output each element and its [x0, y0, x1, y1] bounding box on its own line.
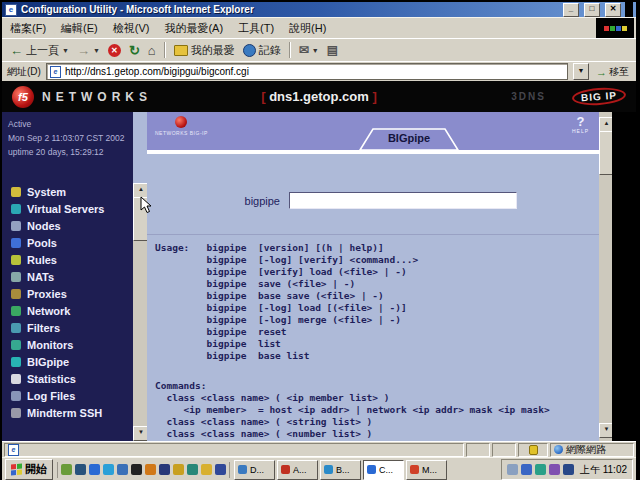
product-3dns[interactable]: 3DNS: [511, 91, 546, 102]
task-button[interactable]: B...: [320, 460, 361, 480]
mail-dropdown-icon: ▼: [312, 47, 319, 54]
mail-button[interactable]: ✉ ▼: [295, 40, 323, 60]
go-arrow-icon: →: [596, 66, 607, 78]
sidebar-item-proxies[interactable]: Proxies: [2, 285, 133, 302]
quicklaunch-icon[interactable]: [117, 464, 128, 475]
address-input[interactable]: e http://dns1.getop.com/bigipgui/bigconf…: [46, 63, 568, 80]
back-arrow-icon: ←: [10, 43, 23, 58]
menu-favorites[interactable]: 我的最愛(A): [164, 21, 223, 36]
task-button[interactable]: D...: [234, 460, 275, 480]
zone-label: 網際網路: [566, 443, 606, 457]
tray-icon[interactable]: [521, 464, 532, 475]
quicklaunch-icon[interactable]: [187, 464, 198, 475]
quicklaunch-icon[interactable]: [89, 464, 100, 475]
pools-icon: [11, 238, 21, 248]
status-pane: [466, 443, 490, 457]
history-label: 記錄: [259, 43, 281, 58]
go-label: 移至: [609, 65, 629, 79]
favorites-button[interactable]: 我的最愛: [170, 40, 239, 60]
sidebar-item-rules[interactable]: Rules: [2, 251, 133, 268]
back-button[interactable]: ← 上一頁 ▼: [6, 40, 73, 60]
quicklaunch-icon[interactable]: [159, 464, 170, 475]
sidebar-item-bigpipe[interactable]: BIGpipe: [2, 353, 133, 370]
toolbar-separator: [289, 42, 291, 58]
address-dropdown-button[interactable]: ▼: [573, 63, 589, 80]
tray-icon[interactable]: [535, 464, 546, 475]
window-title: Configuration Utility - Microsoft Intern…: [21, 4, 558, 15]
menu-tools[interactable]: 工具(T): [238, 21, 274, 36]
desktop: e Configuration Utility - Microsoft Inte…: [2, 2, 636, 476]
menu-file[interactable]: 檔案(F): [10, 21, 46, 36]
screen-edge: [612, 112, 636, 441]
start-button[interactable]: 開始: [5, 459, 53, 480]
task-button[interactable]: A...: [277, 460, 318, 480]
help-button[interactable]: ? HELP: [572, 115, 589, 134]
sidebar-item-pools[interactable]: Pools: [2, 234, 133, 251]
quicklaunch-icon[interactable]: [215, 464, 226, 475]
quicklaunch-icon[interactable]: [103, 464, 114, 475]
filters-icon: [11, 323, 21, 333]
sidebar-item-label: NATs: [27, 271, 54, 283]
taskbar-clock[interactable]: 上午 11:02: [580, 463, 627, 477]
favorites-label: 我的最愛: [191, 43, 235, 58]
quicklaunch-icon[interactable]: [173, 464, 184, 475]
menu-help[interactable]: 說明(H): [289, 21, 326, 36]
tray-icon[interactable]: [507, 464, 518, 475]
refresh-button[interactable]: ↻: [125, 40, 144, 60]
sidebar-item-statistics[interactable]: Statistics: [2, 370, 133, 387]
content-scrollbar[interactable]: ▲ ▼: [599, 112, 612, 441]
statistics-icon: [11, 374, 21, 384]
flag-pane: [11, 470, 16, 476]
forward-button[interactable]: → ▼: [73, 40, 104, 60]
minimize-button[interactable]: _: [563, 3, 579, 17]
quicklaunch-icon[interactable]: [131, 464, 142, 475]
bracket-left: [: [261, 89, 265, 104]
bigpipe-usage-text: Usage: bigpipe [version] [(h | help)] bi…: [155, 242, 418, 362]
quicklaunch-icon[interactable]: [201, 464, 212, 475]
sidebar-item-label: Monitors: [27, 339, 73, 351]
task-icon: [281, 465, 290, 474]
sidebar-item-system[interactable]: System: [2, 183, 133, 200]
sidebar-item-monitors[interactable]: Monitors: [2, 336, 133, 353]
tab-bigpipe[interactable]: BIGpipe: [357, 128, 461, 151]
home-button[interactable]: ⌂: [144, 40, 160, 60]
sidebar-item-nats[interactable]: NATs: [2, 268, 133, 285]
sidebar-item-log-files[interactable]: Log Files: [2, 387, 133, 404]
history-button[interactable]: 記錄: [239, 40, 285, 60]
task-label: B...: [336, 465, 350, 475]
close-button[interactable]: ✕: [605, 3, 621, 17]
window-titlebar: e Configuration Utility - Microsoft Inte…: [2, 2, 636, 17]
menu-edit[interactable]: 編輯(E): [61, 21, 98, 36]
sidebar-scrollbar[interactable]: ▲ ▼: [133, 183, 147, 441]
f5-brand-bar: f5 NETWORKS [ dns1.getop.com ] 3DNS BIG …: [2, 81, 636, 112]
go-button[interactable]: → 移至: [594, 65, 631, 79]
flag-pane: [11, 464, 16, 470]
quick-launch-bar: [57, 462, 230, 478]
f5-mini-logo: NETWORKS BIG-IP: [155, 116, 208, 136]
maximize-button[interactable]: □: [584, 3, 600, 17]
network-icon: [11, 306, 21, 316]
sidebar-item-mindterm-ssh[interactable]: Mindterm SSH: [2, 404, 133, 421]
product-bigip[interactable]: BIG IP: [571, 86, 626, 107]
sidebar-item-virtual-servers[interactable]: Virtual Servers: [2, 200, 133, 217]
quicklaunch-icon[interactable]: [75, 464, 86, 475]
sidebar-item-network[interactable]: Network: [2, 302, 133, 319]
sidebar-item-filters[interactable]: Filters: [2, 319, 133, 336]
stop-button[interactable]: ✕: [104, 40, 125, 60]
flag-pane: [17, 469, 22, 475]
menu-view[interactable]: 檢視(V): [113, 21, 150, 36]
bigpipe-command-input[interactable]: [289, 192, 517, 209]
task-button-active[interactable]: C...: [363, 460, 404, 480]
home-icon: ⌂: [148, 43, 156, 58]
tray-icon[interactable]: [563, 464, 574, 475]
print-button[interactable]: ▤: [323, 40, 342, 60]
sidebar-item-nodes[interactable]: Nodes: [2, 217, 133, 234]
bigpipe-form-row: bigpipe: [147, 192, 599, 209]
forward-dropdown-icon: ▼: [93, 47, 100, 54]
quicklaunch-icon[interactable]: [61, 464, 72, 475]
screen-edge: [625, 2, 633, 17]
task-label: C...: [379, 465, 393, 475]
tray-icon[interactable]: [549, 464, 560, 475]
task-button[interactable]: M...: [406, 460, 447, 480]
quicklaunch-icon[interactable]: [145, 464, 156, 475]
